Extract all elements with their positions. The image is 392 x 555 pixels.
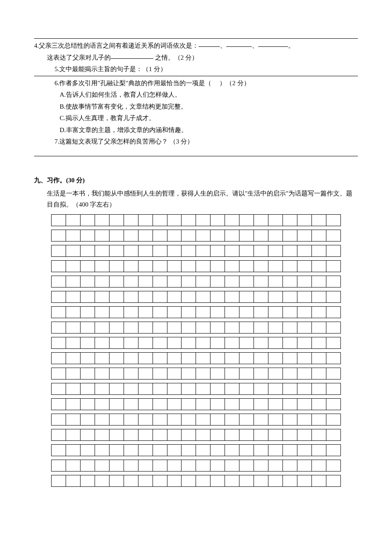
grid-cell[interactable]: [239, 261, 254, 272]
grid-cell[interactable]: [66, 353, 80, 364]
grid-cell[interactable]: [210, 475, 225, 487]
grid-cell[interactable]: [297, 353, 311, 364]
grid-cell[interactable]: [239, 245, 254, 257]
grid-cell[interactable]: [268, 215, 283, 226]
grid-cell[interactable]: [124, 399, 138, 410]
grid-cell[interactable]: [268, 245, 283, 257]
grid-row[interactable]: [52, 337, 341, 349]
grid-cell[interactable]: [283, 261, 297, 272]
grid-cell[interactable]: [239, 322, 254, 334]
grid-row[interactable]: [52, 261, 341, 272]
grid-cell[interactable]: [225, 276, 239, 288]
grid-cell[interactable]: [297, 399, 311, 410]
grid-cell[interactable]: [182, 475, 196, 487]
grid-cell[interactable]: [225, 353, 239, 364]
grid-cell[interactable]: [124, 429, 138, 441]
grid-cell[interactable]: [138, 276, 153, 288]
grid-cell[interactable]: [124, 337, 138, 349]
grid-cell[interactable]: [311, 322, 326, 334]
grid-cell[interactable]: [182, 276, 196, 288]
grid-cell[interactable]: [167, 230, 182, 242]
grid-cell[interactable]: [196, 291, 210, 303]
grid-cell[interactable]: [210, 230, 225, 242]
grid-cell[interactable]: [124, 475, 138, 487]
grid-cell[interactable]: [167, 322, 182, 334]
grid-cell[interactable]: [124, 460, 138, 472]
grid-cell[interactable]: [52, 368, 66, 380]
grid-cell[interactable]: [311, 445, 326, 456]
grid-cell[interactable]: [196, 429, 210, 441]
q4-blank-1[interactable]: [199, 46, 220, 47]
grid-cell[interactable]: [326, 337, 340, 349]
grid-cell[interactable]: [167, 399, 182, 410]
grid-cell[interactable]: [124, 445, 138, 456]
grid-cell[interactable]: [182, 261, 196, 272]
grid-cell[interactable]: [283, 215, 297, 226]
grid-cell[interactable]: [311, 383, 326, 395]
grid-cell[interactable]: [268, 475, 283, 487]
grid-cell[interactable]: [311, 230, 326, 242]
grid-cell[interactable]: [124, 353, 138, 364]
grid-cell[interactable]: [283, 230, 297, 242]
grid-cell[interactable]: [311, 399, 326, 410]
grid-cell[interactable]: [66, 245, 80, 257]
grid-cell[interactable]: [52, 445, 66, 456]
grid-cell[interactable]: [52, 245, 66, 257]
grid-cell[interactable]: [210, 215, 225, 226]
grid-cell[interactable]: [311, 337, 326, 349]
grid-cell[interactable]: [283, 337, 297, 349]
answer-line-q3[interactable]: [34, 38, 358, 39]
grid-cell[interactable]: [297, 337, 311, 349]
grid-cell[interactable]: [80, 353, 95, 364]
grid-cell[interactable]: [239, 307, 254, 318]
grid-row[interactable]: [52, 307, 341, 318]
grid-cell[interactable]: [109, 307, 124, 318]
grid-cell[interactable]: [109, 383, 124, 395]
grid-cell[interactable]: [196, 245, 210, 257]
writing-grid[interactable]: [51, 214, 341, 487]
grid-cell[interactable]: [254, 414, 268, 426]
grid-cell[interactable]: [95, 368, 109, 380]
grid-cell[interactable]: [326, 460, 340, 472]
grid-cell[interactable]: [167, 368, 182, 380]
grid-cell[interactable]: [196, 383, 210, 395]
grid-cell[interactable]: [52, 337, 66, 349]
grid-cell[interactable]: [297, 245, 311, 257]
grid-cell[interactable]: [182, 429, 196, 441]
grid-cell[interactable]: [153, 261, 167, 272]
grid-cell[interactable]: [311, 368, 326, 380]
grid-cell[interactable]: [80, 322, 95, 334]
grid-cell[interactable]: [297, 276, 311, 288]
grid-row[interactable]: [52, 215, 341, 226]
grid-cell[interactable]: [297, 414, 311, 426]
grid-cell[interactable]: [326, 230, 340, 242]
grid-cell[interactable]: [283, 399, 297, 410]
grid-cell[interactable]: [182, 353, 196, 364]
grid-row[interactable]: [52, 230, 341, 242]
grid-cell[interactable]: [66, 261, 80, 272]
grid-cell[interactable]: [268, 353, 283, 364]
grid-cell[interactable]: [210, 414, 225, 426]
grid-cell[interactable]: [326, 383, 340, 395]
grid-cell[interactable]: [210, 429, 225, 441]
grid-cell[interactable]: [52, 399, 66, 410]
grid-cell[interactable]: [196, 230, 210, 242]
grid-cell[interactable]: [254, 399, 268, 410]
grid-cell[interactable]: [268, 460, 283, 472]
grid-cell[interactable]: [283, 460, 297, 472]
grid-cell[interactable]: [196, 337, 210, 349]
grid-cell[interactable]: [326, 475, 340, 487]
grid-cell[interactable]: [225, 230, 239, 242]
grid-cell[interactable]: [66, 445, 80, 456]
grid-row[interactable]: [52, 475, 341, 487]
grid-cell[interactable]: [254, 307, 268, 318]
grid-cell[interactable]: [95, 291, 109, 303]
grid-cell[interactable]: [167, 337, 182, 349]
grid-row[interactable]: [52, 322, 341, 334]
grid-cell[interactable]: [52, 322, 66, 334]
grid-cell[interactable]: [268, 429, 283, 441]
grid-cell[interactable]: [80, 414, 95, 426]
grid-cell[interactable]: [225, 368, 239, 380]
grid-row[interactable]: [52, 368, 341, 380]
grid-cell[interactable]: [196, 276, 210, 288]
